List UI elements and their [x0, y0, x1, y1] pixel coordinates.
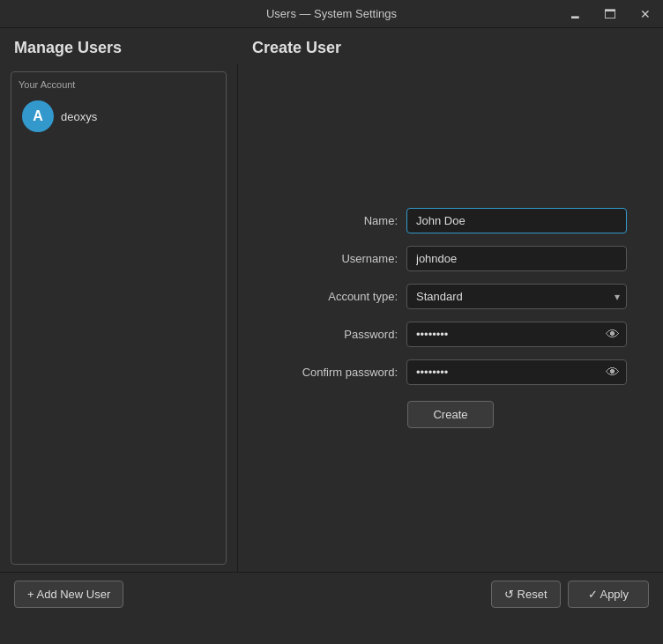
username-row: Username:: [274, 246, 627, 271]
password-input[interactable]: [406, 322, 627, 347]
password-label: Password:: [274, 328, 398, 341]
account-type-select[interactable]: Standard Administrator: [406, 284, 627, 309]
close-button[interactable]: ✕: [628, 0, 663, 28]
window-controls: 🗕 🗖 ✕: [557, 0, 663, 28]
header-row: Manage Users Create User: [0, 28, 663, 64]
create-user-form: Name: Username: Account type: Standard A…: [274, 208, 627, 428]
your-account-section: Your Account A deoxys: [11, 71, 227, 565]
create-button-row: Create: [274, 401, 627, 428]
password-wrapper: 👁: [406, 322, 627, 347]
show-password-icon[interactable]: 👁: [606, 327, 620, 343]
bottom-right: ↺ Reset ✓ Apply: [491, 581, 649, 608]
bottom-bar: + Add New User ↺ Reset ✓ Apply: [0, 572, 663, 616]
name-row: Name:: [274, 208, 627, 233]
account-type-label: Account type:: [274, 290, 398, 303]
account-type-row: Account type: Standard Administrator ▾: [274, 284, 627, 309]
confirm-password-label: Confirm password:: [274, 366, 398, 379]
content-area: Your Account A deoxys Name: Username:: [0, 64, 663, 572]
left-panel: Your Account A deoxys: [0, 64, 238, 572]
name-label: Name:: [274, 214, 398, 227]
minimize-button[interactable]: 🗕: [557, 0, 592, 28]
add-new-user-button[interactable]: + Add New User: [14, 581, 123, 608]
right-panel: Name: Username: Account type: Standard A…: [238, 64, 663, 572]
password-row: Password: 👁: [274, 322, 627, 347]
reset-button[interactable]: ↺ Reset: [491, 581, 561, 608]
confirm-password-wrapper: 👁: [406, 359, 627, 385]
apply-button[interactable]: ✓ Apply: [568, 581, 649, 608]
confirm-password-input[interactable]: [406, 359, 627, 385]
show-confirm-password-icon[interactable]: 👁: [606, 365, 620, 381]
window-title: Users — System Settings: [266, 7, 397, 20]
username-label: deoxys: [61, 110, 97, 123]
name-input[interactable]: [406, 208, 627, 233]
maximize-button[interactable]: 🗖: [592, 0, 628, 28]
create-button[interactable]: Create: [407, 401, 493, 428]
username-input[interactable]: [406, 246, 627, 271]
confirm-password-row: Confirm password: 👁: [274, 359, 627, 385]
account-type-wrapper: Standard Administrator ▾: [406, 284, 627, 309]
create-user-heading: Create User: [252, 39, 341, 57]
bottom-left: + Add New User: [14, 581, 123, 608]
avatar: A: [22, 100, 54, 132]
title-bar: Users — System Settings 🗕 🗖 ✕: [0, 0, 663, 28]
section-label: Your Account: [19, 79, 219, 90]
user-item[interactable]: A deoxys: [19, 97, 219, 136]
username-label-field: Username:: [274, 252, 398, 265]
manage-users-heading: Manage Users: [14, 39, 252, 57]
